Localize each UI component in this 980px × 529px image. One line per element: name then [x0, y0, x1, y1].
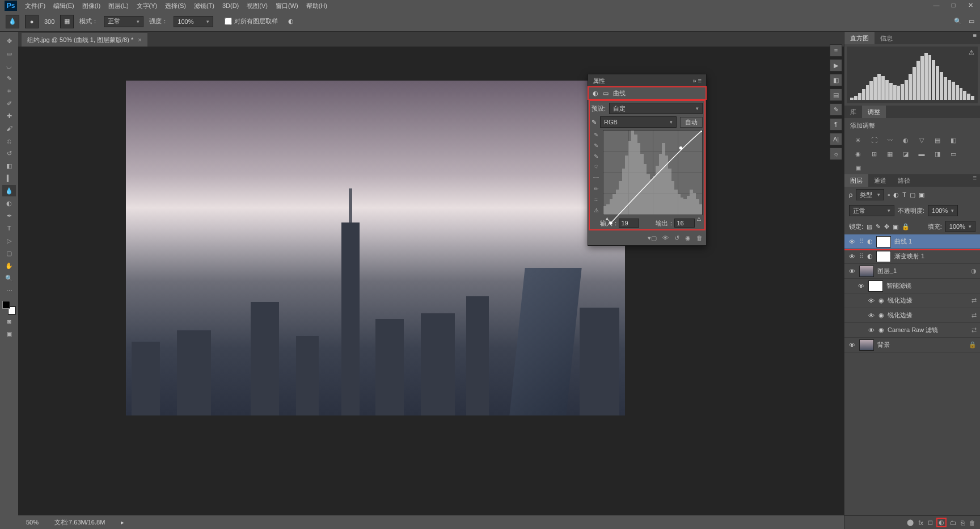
adj-color-lookup-icon[interactable]: ▦ — [884, 149, 895, 158]
sampler-white-icon[interactable]: ✎ — [592, 152, 601, 161]
black-slider[interactable]: ▲ — [605, 216, 610, 221]
minimize-button[interactable]: — — [931, 1, 941, 9]
layer-row[interactable]: 👁◉锐化边缘⇄ — [844, 293, 980, 308]
delete-layer-icon[interactable]: 🗑 — [969, 519, 975, 526]
document-tab[interactable]: 纽约.jpg @ 50% (曲线 1, 图层蒙版/8) * × — [22, 33, 147, 47]
visibility-toggle[interactable]: 👁 — [848, 253, 856, 260]
fill-value[interactable]: 100% — [945, 221, 975, 232]
filter-options-icon[interactable]: ⇄ — [971, 312, 977, 319]
maximize-button[interactable]: □ — [948, 1, 958, 9]
eyedropper-tool[interactable]: ✐ — [2, 98, 16, 109]
layer-row[interactable]: 👁◉Camera Raw 滤镜⇄ — [844, 323, 980, 338]
adj-curves-icon[interactable]: 〰 — [884, 136, 895, 145]
dock-swatches-icon[interactable]: ▤ — [830, 89, 842, 101]
adj-channel-mixer-icon[interactable]: ⊞ — [868, 149, 880, 158]
white-slider[interactable]: △ — [697, 216, 701, 221]
pen-tool[interactable]: ✒ — [2, 210, 16, 221]
layer-name[interactable]: 锐化边缘 — [888, 311, 913, 320]
zoom-tool[interactable]: 🔍 — [2, 272, 16, 284]
new-adjustment-layer-icon[interactable]: ◐ — [937, 519, 945, 526]
layer-kind-select[interactable]: 类型 — [856, 189, 884, 200]
layer-row[interactable]: 👁图层_1◑ — [844, 264, 980, 279]
visibility-toggle[interactable]: 👁 — [867, 312, 875, 319]
eraser-tool[interactable]: ◧ — [2, 160, 16, 171]
on-image-tool-icon[interactable]: ☟ — [592, 162, 601, 171]
brush-size[interactable]: 300 — [44, 18, 54, 25]
lock-artboard-icon[interactable]: ▣ — [893, 223, 898, 230]
sampler-black-icon[interactable]: ✎ — [592, 130, 601, 139]
tab-layers[interactable]: 图层 — [844, 174, 868, 187]
doc-size[interactable]: 文档:7.63M/16.8M — [54, 518, 105, 527]
search-icon[interactable]: 🔍 — [954, 18, 962, 25]
type-tool[interactable]: T — [2, 222, 16, 234]
fg-bg-color[interactable] — [2, 301, 16, 314]
tab-adjustments[interactable]: 调整 — [862, 106, 886, 118]
adj-hue-icon[interactable]: ▤ — [932, 136, 943, 145]
filter-adjust-icon[interactable]: ◐ — [893, 191, 899, 199]
toggle-visibility-icon[interactable]: 👁 — [662, 234, 669, 242]
current-tool-icon[interactable]: 💧 — [6, 15, 19, 28]
properties-panel[interactable]: 属性 » ≡ ◐ ▭ 曲线 预设: 自定 ✎ RGB 自动 ✎ ✎ ✎ ☟ 〰 … — [588, 74, 707, 246]
zoom-level[interactable]: 50% — [26, 519, 39, 526]
lock-paint-icon[interactable]: ✎ — [876, 223, 881, 230]
reset-icon[interactable]: ↺ — [674, 234, 679, 242]
mask-thumb[interactable] — [876, 236, 891, 247]
brush-preset-icon[interactable]: ● — [25, 15, 39, 28]
brush-tool[interactable]: 🖌 — [2, 123, 16, 134]
lock-all-icon[interactable]: 🔒 — [902, 223, 910, 230]
hand-tool[interactable]: ✋ — [2, 260, 16, 271]
dock-actions-icon[interactable]: ▶ — [830, 59, 842, 72]
menu-file[interactable]: 文件(F) — [25, 2, 45, 10]
lock-trans-icon[interactable]: ▨ — [867, 223, 872, 230]
layer-thumb[interactable] — [859, 339, 874, 351]
filter-shape-icon[interactable]: ▢ — [910, 191, 915, 199]
adj-levels-icon[interactable]: ⛶ — [868, 136, 880, 145]
dock-color-icon[interactable]: ◧ — [830, 74, 842, 86]
pencil-curve-icon[interactable]: ✏ — [592, 184, 601, 193]
visibility-toggle[interactable]: 👁 — [848, 268, 856, 275]
tab-histogram[interactable]: 直方图 — [844, 32, 875, 44]
close-button[interactable]: ✕ — [965, 1, 975, 9]
smart-filter-toggle-icon[interactable]: ◑ — [971, 267, 977, 275]
menu-3d[interactable]: 3D(D) — [222, 2, 239, 9]
adj-posterize-icon[interactable]: ▬ — [916, 149, 927, 158]
adj-selective-icon[interactable]: ▣ — [852, 163, 864, 172]
path-select-tool[interactable]: ▷ — [2, 235, 16, 246]
layer-row[interactable]: 👁⠿◐渐变映射 1 — [844, 249, 980, 264]
opacity-value[interactable]: 100% — [928, 205, 958, 216]
dock-character-icon[interactable]: A| — [830, 133, 842, 145]
menu-window[interactable]: 窗口(W) — [276, 2, 298, 10]
layer-name[interactable]: 智能滤镜 — [886, 282, 911, 290]
menu-select[interactable]: 选择(S) — [165, 2, 186, 10]
adj-bw-icon[interactable]: ◧ — [948, 136, 959, 145]
gradient-tool[interactable]: ▍ — [2, 173, 16, 184]
lock-icon[interactable]: 🔒 — [969, 341, 977, 349]
menu-layer[interactable]: 图层(L) — [108, 2, 128, 10]
stamp-tool[interactable]: ⎌ — [2, 135, 16, 146]
layer-row[interactable]: 👁◉锐化边缘⇄ — [844, 308, 980, 323]
properties-header[interactable]: 属性 » ≡ — [588, 74, 706, 87]
collapse-icon[interactable]: » — [692, 77, 696, 84]
mask-mode-icon[interactable]: ▭ — [603, 90, 609, 97]
delete-adjustment-icon[interactable]: 🗑 — [696, 234, 703, 242]
layer-name[interactable]: 曲线 1 — [894, 237, 912, 246]
tab-channels[interactable]: 通道 — [868, 174, 892, 187]
tab-library[interactable]: 库 — [844, 106, 862, 118]
adj-photo-filter-icon[interactable]: ◉ — [852, 149, 864, 158]
document-canvas[interactable] — [126, 81, 625, 415]
layer-name[interactable]: 渐变映射 1 — [894, 252, 924, 261]
layers-menu-icon[interactable]: ≡ — [970, 174, 980, 187]
visibility-toggle[interactable]: 👁 — [867, 297, 875, 304]
filter-options-icon[interactable]: ⇄ — [971, 326, 977, 334]
layer-name[interactable]: 背景 — [877, 341, 890, 349]
filter-eye-icon[interactable]: ◉ — [878, 297, 884, 304]
visibility-toggle[interactable]: 👁 — [848, 238, 856, 245]
dock-paragraph-icon[interactable]: ¶ — [830, 118, 842, 131]
lasso-tool[interactable]: ◡ — [2, 60, 16, 72]
quickmask-toggle[interactable]: ◙ — [2, 316, 16, 327]
dock-styles-icon[interactable]: ☼ — [830, 148, 842, 160]
point-curve-icon[interactable]: 〰 — [592, 173, 601, 182]
blur-tool[interactable]: 💧 — [2, 185, 16, 196]
filter-eye-icon[interactable]: ◉ — [878, 326, 884, 334]
screenmode-toggle[interactable]: ▣ — [2, 328, 16, 339]
